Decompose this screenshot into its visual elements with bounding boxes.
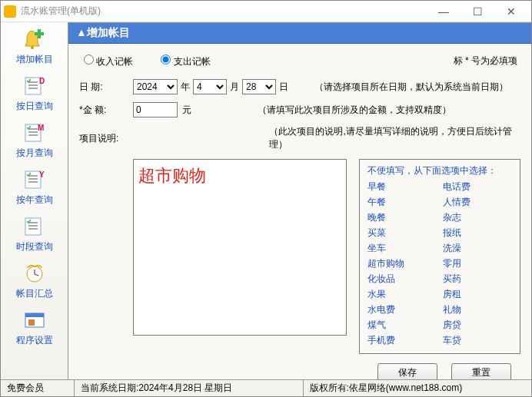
list-d-icon: D (22, 74, 48, 98)
shortcut-item[interactable]: 买药 (443, 273, 512, 286)
shortcut-item[interactable]: 人情费 (443, 196, 512, 209)
reset-button[interactable]: 重置 (451, 363, 511, 379)
shortcut-item[interactable]: 手机费 (367, 334, 437, 347)
sidebar-item-label: 时段查询 (16, 240, 53, 253)
app-icon (4, 5, 16, 18)
desc-hint: （此次项目的说明,请尽量填写详细的说明，方便日后统计管理） (269, 125, 520, 151)
shortcut-item[interactable]: 午餐 (367, 196, 437, 209)
sidebar-item-label: 按日查询 (16, 100, 53, 113)
svg-text:D: D (39, 77, 45, 85)
sidebar-item-label: 增加帐目 (16, 53, 53, 66)
shortcut-title: 不便填写，从下面选项中选择： (367, 164, 512, 177)
day-select[interactable]: 28 (242, 79, 276, 94)
section-header: ▲增加帐目 (68, 22, 531, 44)
radio-income[interactable]: 收入记帐 (84, 55, 133, 68)
amount-label: *金 额: (79, 104, 133, 117)
status-date: 当前系统日期:2024年4月28日 星期日 (75, 380, 304, 396)
minimize-button[interactable]: ― (427, 1, 461, 22)
list-icon (22, 214, 48, 239)
sidebar-item-label: 帐目汇总 (16, 287, 53, 300)
svg-rect-2 (35, 32, 44, 35)
list-m-icon: M (22, 121, 48, 145)
shortcut-item[interactable]: 买菜 (367, 227, 437, 240)
shortcut-panel: 不便填写，从下面选项中选择： 早餐电话费午餐人情费晚餐杂志买菜报纸坐车洗澡超市购… (359, 159, 520, 354)
settings-window-icon (22, 308, 48, 332)
sidebar-item-monthly[interactable]: M 按月查询 (1, 121, 68, 160)
svg-rect-27 (28, 319, 35, 326)
svg-rect-18 (25, 218, 41, 235)
year-select[interactable]: 2024 (133, 79, 178, 94)
sidebar: 增加帐目 D 按日查询 M 按月查询 Y 按年查询 (1, 22, 68, 379)
shortcut-item[interactable]: 水果 (367, 288, 437, 301)
svg-text:M: M (38, 124, 44, 132)
required-note: 标 * 号为必填项 (454, 55, 517, 68)
amount-hint: （请填写此次项目所涉及的金额，支持双精度） (258, 104, 451, 117)
shortcut-item[interactable]: 车贷 (443, 334, 512, 347)
svg-rect-3 (25, 78, 41, 94)
sidebar-item-settings[interactable]: 程序设置 (1, 308, 68, 347)
sidebar-item-label: 按月查询 (16, 147, 53, 160)
status-copyright: 版权所有:依星网络(www.net188.com) (304, 380, 532, 396)
sidebar-item-label: 程序设置 (16, 334, 53, 347)
list-y-icon: Y (22, 167, 48, 192)
sidebar-item-daily[interactable]: D 按日查询 (1, 74, 68, 113)
shortcut-item[interactable]: 煤气 (367, 319, 437, 332)
shortcut-item[interactable]: 杂志 (443, 211, 512, 224)
sidebar-item-yearly[interactable]: Y 按年查询 (1, 167, 68, 207)
close-button[interactable]: ✕ (494, 1, 528, 22)
sidebar-item-range[interactable]: 时段查询 (1, 214, 68, 253)
radio-expense[interactable]: 支出记帐 (161, 55, 210, 68)
date-hint: （请选择项目所在日期，默认为系统当前日期） (314, 81, 508, 94)
bell-plus-icon (22, 27, 48, 51)
shortcut-item[interactable]: 坐车 (367, 242, 437, 255)
description-textarea[interactable]: 超市购物 (133, 159, 347, 336)
shortcut-item[interactable]: 洗澡 (443, 242, 512, 255)
date-label: 日 期: (79, 81, 133, 94)
shortcut-item[interactable]: 晚餐 (367, 211, 437, 224)
shortcut-item[interactable]: 零用 (443, 257, 512, 270)
sidebar-item-label: 按年查询 (16, 194, 53, 207)
shortcut-item[interactable]: 报纸 (443, 227, 512, 240)
window-title: 流水账管理(单机版) (21, 5, 427, 18)
shortcut-item[interactable]: 水电费 (367, 303, 437, 316)
shortcut-item[interactable]: 早餐 (367, 180, 437, 194)
month-select[interactable]: 4 (193, 79, 227, 94)
save-button[interactable]: 保存 (377, 363, 437, 379)
shortcut-item[interactable]: 房贷 (443, 319, 512, 332)
shortcut-item[interactable]: 超市购物 (367, 257, 437, 270)
status-member: 免费会员 (1, 380, 75, 396)
svg-point-0 (31, 46, 34, 49)
statusbar: 免费会员 当前系统日期:2024年4月28日 星期日 版权所有:依星网络(www… (1, 379, 531, 396)
maximize-button[interactable]: ☐ (461, 1, 494, 22)
svg-text:Y: Y (39, 170, 45, 179)
titlebar: 流水账管理(单机版) ― ☐ ✕ (1, 1, 531, 22)
shortcut-item[interactable]: 房租 (443, 288, 512, 301)
shortcut-item[interactable]: 化妆品 (367, 273, 437, 286)
shortcut-item[interactable]: 电话费 (443, 180, 512, 194)
svg-rect-13 (25, 171, 41, 188)
desc-label: 项目说明: (79, 132, 131, 145)
amount-input[interactable] (133, 102, 178, 117)
sidebar-item-add[interactable]: 增加帐目 (1, 27, 68, 66)
shortcut-item[interactable]: 礼物 (443, 303, 512, 316)
clock-bell-icon (22, 261, 48, 286)
sidebar-item-summary[interactable]: 帐目汇总 (1, 261, 68, 300)
svg-rect-26 (25, 313, 44, 317)
